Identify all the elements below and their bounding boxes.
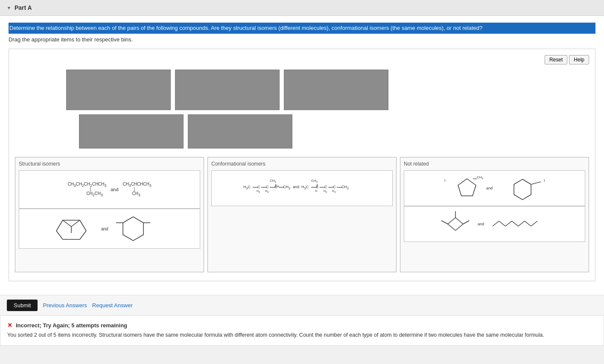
previous-answers-link[interactable]: Previous Answers [43,302,87,309]
svg-line-61 [499,221,505,226]
structural-bin-item-1[interactable]: CH3CH2CH2CHCH3 | CH2CH3 and CH3CHCHCH3 |… [19,170,200,209]
svg-text:CH3: CH3 [341,185,349,190]
svg-text:C: C [266,185,269,189]
svg-line-53 [455,218,463,224]
part-header: ▼ Part A [0,0,604,16]
svg-marker-9 [123,217,143,241]
not-related-bin[interactable]: Not related I CH3 [400,157,589,272]
conformational-svg: H3C C H2 C H2 C H [242,173,362,203]
error-title-text: Incorrect; Try Again; 5 attempts remaini… [16,322,127,329]
structural-bin-item-2[interactable]: and [19,209,200,249]
draggable-row-2 [66,114,589,149]
svg-line-66 [531,221,537,226]
draggable-row-1 [66,70,589,110]
drop-area-container: Reset Help Structural isomer [9,49,595,281]
svg-text:and: and [478,222,484,226]
and-text-shapes: and [101,227,108,231]
svg-text:H: H [277,184,279,188]
svg-line-1 [80,220,86,231]
svg-text:CH3: CH3 [283,185,290,190]
svg-text:CH3: CH3 [311,179,318,183]
svg-line-52 [448,218,455,224]
svg-marker-49 [514,179,531,200]
conformational-isomers-bin[interactable]: Conformational isomers H3C C H2 [207,157,397,272]
svg-line-57 [441,221,448,224]
draggable-card-5[interactable] [188,114,292,149]
svg-line-63 [512,221,518,226]
svg-line-60 [493,221,499,226]
svg-text:C: C [257,185,260,189]
submit-button[interactable]: Submit [7,300,38,311]
draggable-card-1[interactable] [66,70,171,110]
bins-row: Structural isomers CH3CH2CH2CHCH3 | CH2C… [15,157,589,272]
collapse-icon[interactable]: ▼ [7,6,11,10]
svg-line-62 [505,221,512,226]
svg-text:H2: H2 [324,189,327,193]
error-title: ✕ Incorrect; Try Again; 5 attempts remai… [7,322,597,329]
svg-line-65 [525,221,531,226]
svg-line-58 [463,221,469,224]
reset-button[interactable]: Reset [545,55,567,64]
svg-line-4 [56,231,63,239]
svg-text:C: C [333,185,336,189]
and-label-1: and [109,187,120,192]
not-related-label: Not related [404,161,585,167]
question-text: Determine the relationship between each … [9,23,595,34]
bottom-bar: Submit Previous Answers Request Answer [0,295,604,315]
page-container: ▼ Part A Determine the relationship betw… [0,0,604,346]
error-box: ✕ Incorrect; Try Again; 5 attempts remai… [0,315,604,346]
svg-line-2 [80,231,86,239]
svg-text:I: I [444,178,446,183]
svg-text:H2: H2 [332,189,336,193]
help-button[interactable]: Help [569,55,589,64]
svg-text:CH3: CH3 [270,179,277,183]
structural-shapes-svg: and [58,212,161,246]
not-related-rings-svg: I CH3 and I [444,173,546,203]
svg-text:and: and [293,185,299,189]
draggable-card-2[interactable] [175,70,280,110]
draggable-card-4[interactable] [79,114,184,149]
svg-line-6 [63,220,71,227]
svg-text:CH3: CH3 [477,175,484,180]
svg-marker-44 [458,179,476,196]
error-body: You sorted 2 out of 5 items incorrectly.… [7,331,597,339]
draggable-card-3[interactable] [284,70,388,110]
error-icon: ✕ [7,322,12,329]
svg-text:H3C: H3C [301,185,309,190]
part-title: Part A [15,4,32,11]
request-answer-link[interactable]: Request Answer [92,302,133,309]
structural-isomers-label: Structural isomers [19,161,200,167]
drag-instruction: Drag the appropriate items to their resp… [9,36,595,43]
draggable-items-grid [15,70,589,149]
not-related-chains-svg: and [444,209,546,239]
not-related-bin-item-2[interactable]: and [404,206,585,242]
conformational-isomers-label: Conformational isomers [211,161,393,167]
svg-text:H3C: H3C [243,185,251,190]
svg-text:C: C [324,185,327,189]
main-content: Determine the relationship between each … [0,16,604,295]
not-related-bin-item-1[interactable]: I CH3 and I [404,170,585,206]
svg-text:I: I [544,178,545,183]
svg-text:H: H [315,189,317,192]
structural-isomers-bin[interactable]: Structural isomers CH3CH2CH2CHCH3 | CH2C… [15,157,204,272]
svg-text:H2: H2 [257,189,260,193]
svg-line-5 [56,220,63,231]
svg-text:and: and [486,186,493,190]
svg-text:H2: H2 [265,189,269,193]
svg-line-55 [448,224,455,230]
svg-line-64 [518,221,525,226]
svg-line-7 [71,220,80,227]
svg-line-54 [455,224,463,230]
conformational-bin-item-1[interactable]: H3C C H2 C H2 C H [211,170,393,206]
reset-help-row: Reset Help [15,55,589,64]
